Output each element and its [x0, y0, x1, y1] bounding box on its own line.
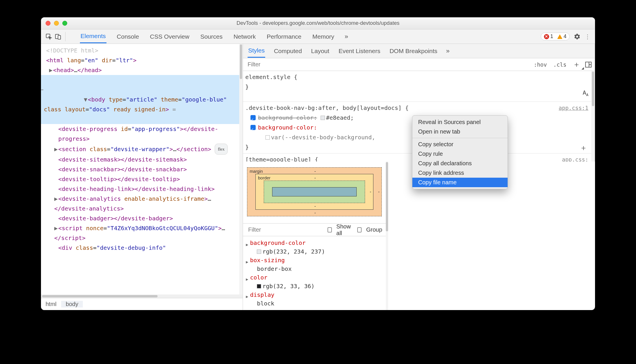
- context-menu: Reveal in Sources panel Open in new tab …: [412, 115, 508, 189]
- styles-toolbar: :hov .cls ＋◢: [243, 58, 595, 71]
- menu-copy-all-declarations[interactable]: Copy all declarations: [412, 159, 508, 168]
- subtab-layout[interactable]: Layout: [310, 45, 330, 57]
- settings-icon[interactable]: [574, 33, 581, 40]
- computed-list[interactable]: ▶background-colorrgb(232, 234, 237) ▶box…: [243, 236, 386, 310]
- color-swatch[interactable]: [321, 116, 325, 120]
- add-prop-button[interactable]: ＋: [578, 143, 589, 153]
- subtabs-more-icon[interactable]: »: [446, 47, 450, 55]
- ellipsis-icon: ⋯: [41, 85, 44, 95]
- more-tabs-icon[interactable]: »: [345, 33, 348, 40]
- window-title: DevTools - developers.google.com/web/too…: [45, 20, 591, 26]
- inspect-icon[interactable]: [45, 33, 53, 40]
- right-panel: margin - border - - - - -: [243, 162, 386, 310]
- computed-filter-row: Show all Group: [243, 224, 386, 236]
- menu-copy-rule[interactable]: Copy rule: [412, 149, 508, 159]
- titlebar: DevTools - developers.google.com/web/too…: [41, 17, 595, 29]
- rule-selector: [theme=google-blue] {: [245, 156, 318, 162]
- showall-checkbox[interactable]: [328, 227, 332, 232]
- tab-performance[interactable]: Performance: [266, 30, 302, 43]
- main-tabs: Elements Console CSS Overview Sources Ne…: [80, 30, 348, 43]
- vscroll-elements[interactable]: [239, 44, 243, 294]
- tab-console[interactable]: Console: [116, 30, 140, 43]
- source-link[interactable]: app.css:1: [559, 103, 588, 113]
- styles-subtabs: Styles Computed Layout Event Listeners D…: [243, 44, 595, 58]
- subtab-event-listeners[interactable]: Event Listeners: [338, 45, 381, 57]
- breadcrumb-html[interactable]: html: [41, 301, 61, 307]
- warning-count: 4: [564, 33, 566, 40]
- tab-sources[interactable]: Sources: [200, 30, 223, 43]
- rule-element-style: element.style {: [245, 74, 298, 80]
- rule-selector: .devsite-book-nav-bg:after, body[layout=…: [245, 104, 409, 111]
- tab-memory[interactable]: Memory: [312, 30, 335, 43]
- boxmodel-margin-label: margin: [250, 169, 263, 174]
- toggle-sidebar-icon[interactable]: [585, 61, 592, 68]
- warning-icon: [557, 34, 562, 39]
- flex-badge[interactable]: flex: [215, 144, 228, 155]
- boxmodel-border-label: border: [258, 175, 270, 180]
- color-swatch[interactable]: [257, 284, 261, 288]
- source-link[interactable]: app.css:: [562, 155, 588, 162]
- expand-icon[interactable]: ▶: [246, 290, 248, 301]
- error-count: 1: [550, 33, 553, 40]
- hov-toggle[interactable]: :hov: [532, 61, 549, 68]
- font-editor-icon[interactable]: AA: [583, 88, 588, 100]
- color-swatch[interactable]: [265, 135, 270, 140]
- kebab-icon[interactable]: ⋮: [585, 33, 591, 40]
- expand-icon[interactable]: ▶: [246, 273, 248, 284]
- selected-node[interactable]: ⋯ ▼<body type="article" theme="google-bl…: [41, 75, 239, 124]
- menu-copy-file-name[interactable]: Copy file name: [412, 178, 508, 187]
- close-icon[interactable]: [46, 21, 50, 26]
- subtab-computed[interactable]: Computed: [273, 45, 302, 57]
- doctype: <!DOCTYPE html>: [46, 47, 98, 54]
- vscroll-styles[interactable]: [591, 71, 595, 162]
- breadcrumb: html body: [41, 298, 243, 310]
- group-checkbox[interactable]: [357, 227, 362, 232]
- color-swatch[interactable]: [257, 249, 261, 254]
- menu-open-new-tab[interactable]: Open in new tab: [412, 127, 508, 136]
- subtab-dom-breakpoints[interactable]: DOM Breakpoints: [389, 45, 438, 57]
- box-model[interactable]: margin - border - - - - -: [243, 162, 386, 224]
- minimize-icon[interactable]: [54, 21, 59, 26]
- error-count-pill[interactable]: ✕ 1 4: [541, 33, 570, 40]
- subtab-styles[interactable]: Styles: [248, 44, 265, 58]
- vscroll-right[interactable]: [386, 162, 388, 310]
- main-tabstrip: Elements Console CSS Overview Sources Ne…: [41, 29, 595, 44]
- new-rule-button[interactable]: ＋◢: [571, 59, 582, 70]
- devtools-window: DevTools - developers.google.com/web/too…: [41, 17, 595, 310]
- breadcrumb-body[interactable]: body: [61, 301, 83, 307]
- expand-icon[interactable]: ▶: [246, 239, 248, 249]
- menu-separator: [412, 138, 508, 138]
- tab-css-overview[interactable]: CSS Overview: [149, 30, 190, 43]
- tab-elements[interactable]: Elements: [80, 30, 106, 43]
- device-toggle-icon[interactable]: [54, 33, 62, 40]
- menu-reveal-sources[interactable]: Reveal in Sources panel: [412, 117, 508, 127]
- menu-copy-selector[interactable]: Copy selector: [412, 140, 508, 149]
- toggle-checkbox[interactable]: [250, 125, 256, 130]
- styles-filter-input[interactable]: [246, 60, 529, 69]
- toggle-checkbox[interactable]: [250, 115, 256, 120]
- showall-label: Show all: [336, 223, 353, 237]
- maximize-icon[interactable]: [62, 21, 67, 26]
- expand-icon[interactable]: ▶: [246, 256, 248, 266]
- menu-copy-link-address[interactable]: Copy link address: [412, 168, 508, 178]
- window-controls: [46, 21, 67, 26]
- svg-rect-2: [58, 35, 61, 39]
- dom-tree[interactable]: <!DOCTYPE html> <html lang="en" dir="ltr…: [41, 44, 239, 294]
- cls-toggle[interactable]: .cls: [551, 61, 568, 68]
- elements-panel: <!DOCTYPE html> <html lang="en" dir="ltr…: [41, 44, 243, 310]
- tab-network[interactable]: Network: [233, 30, 256, 43]
- computed-filter-input[interactable]: [246, 225, 323, 234]
- error-icon: ✕: [544, 34, 549, 39]
- hscroll-elements[interactable]: [41, 294, 243, 298]
- group-label: Group: [366, 226, 382, 233]
